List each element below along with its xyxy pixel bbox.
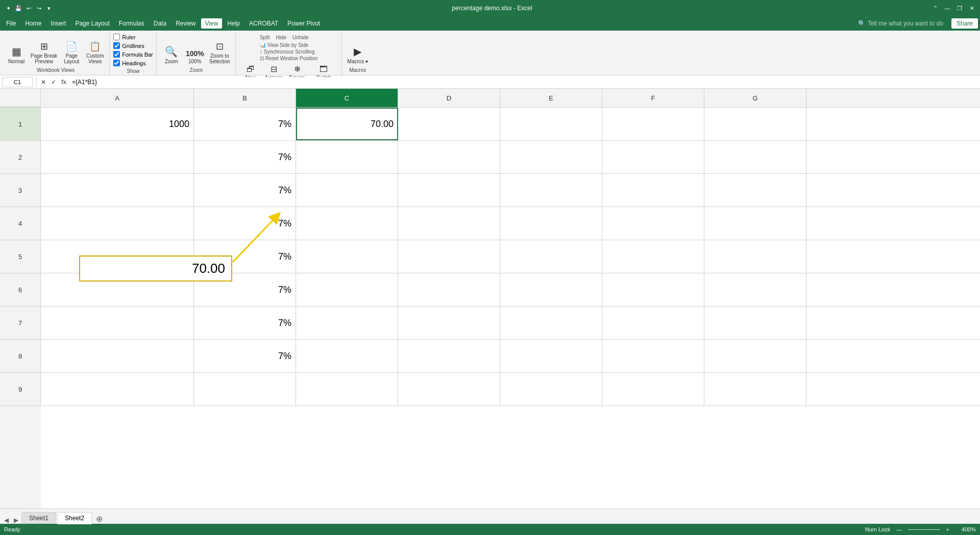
ruler-checkbox-input[interactable] [113,34,120,40]
row-number-1[interactable]: 1 [0,108,41,141]
col-header-a[interactable]: A [41,89,194,107]
sync-scrolling-label[interactable]: ↕ Synchronous Scrolling [260,49,314,55]
sheet-tab-sheet2[interactable]: Sheet2 [57,512,92,524]
customize-icon[interactable]: ▾ [45,4,53,12]
scroll-right-icon[interactable]: ▶ [12,517,20,524]
cell-c6[interactable] [296,273,398,306]
cell-d3[interactable] [398,174,500,207]
zoom-normal-icon[interactable]: — [896,526,902,532]
zoom-button[interactable]: 🔍 Zoom [160,44,183,65]
cell-e3[interactable] [500,174,602,207]
col-header-c[interactable]: C [296,89,398,107]
menu-review[interactable]: Review [172,18,200,29]
col-header-f[interactable]: F [602,89,704,107]
col-header-d[interactable]: D [398,89,500,107]
cell-e8[interactable] [500,340,602,372]
cell-a8[interactable] [41,340,194,372]
zoom-slider[interactable]: ──────── [908,526,940,532]
row-number-2[interactable]: 2 [0,141,41,174]
search-area[interactable]: 🔍 Tell me what you want to do Share [858,18,978,29]
zoom-100-button[interactable]: 100% 100% [184,48,206,65]
cell-d2[interactable] [398,141,500,173]
cell-e4[interactable] [500,207,602,240]
custom-views-button[interactable]: 📋 CustomViews [84,40,106,65]
cell-c2[interactable] [296,141,398,173]
cell-f4[interactable] [602,207,704,240]
scroll-left-icon[interactable]: ◀ [2,517,11,524]
undo-icon[interactable]: ↩ [24,4,33,12]
cell-e6[interactable] [500,273,602,306]
cell-d1[interactable] [398,108,500,140]
formula-bar-checkbox[interactable]: Formula Bar [113,51,153,58]
menu-file[interactable]: File [2,18,20,29]
quick-access-toolbar[interactable]: ✦ 💾 ↩ ↪ ▾ [4,4,53,12]
window-controls[interactable]: ⌃ — ❐ ✕ [931,4,976,12]
menu-acrobat[interactable]: ACROBAT [245,18,282,29]
macros-button[interactable]: ▶ Macros ▾ [346,44,371,65]
cell-b3[interactable]: 7% [194,174,296,207]
col-header-b[interactable]: B [194,89,296,107]
cell-f9[interactable] [602,373,704,405]
cell-f2[interactable] [602,141,704,173]
page-layout-button[interactable]: 📄 PageLayout [60,40,83,65]
gridlines-checkbox-input[interactable] [113,42,120,49]
cell-e1[interactable] [500,108,602,140]
row-number-5[interactable]: 5 [0,240,41,273]
search-label[interactable]: Tell me what you want to do [868,20,943,27]
sheet-tab-sheet1[interactable]: Sheet1 [21,512,56,524]
insert-function-button[interactable]: fx [60,79,68,86]
cell-b8[interactable]: 7% [194,340,296,372]
cell-g4[interactable] [704,207,806,240]
menu-view[interactable]: View [201,18,223,29]
cell-a4[interactable] [41,207,194,240]
cell-d6[interactable] [398,273,500,306]
col-header-e[interactable]: E [500,89,602,107]
cell-a2[interactable] [41,141,194,173]
cell-c3[interactable] [296,174,398,207]
row-number-4[interactable]: 4 [0,207,41,240]
cell-g9[interactable] [704,373,806,405]
share-button[interactable]: Share [951,18,978,29]
cell-b2[interactable]: 7% [194,141,296,173]
cell-a3[interactable] [41,174,194,207]
menu-page-layout[interactable]: Page Layout [71,18,113,29]
cell-c9[interactable] [296,373,398,405]
cell-f3[interactable] [602,174,704,207]
minimize-button[interactable]: — [943,4,951,12]
ribbon-display-icon[interactable]: ⌃ [931,4,939,12]
restore-button[interactable]: ❐ [955,4,964,12]
menu-formulas[interactable]: Formulas [115,18,149,29]
cell-b9[interactable] [194,373,296,405]
cell-g7[interactable] [704,307,806,339]
cell-b7[interactable]: 7% [194,307,296,339]
cell-g1[interactable] [704,108,806,140]
menu-data[interactable]: Data [150,18,170,29]
menu-insert[interactable]: Insert [46,18,70,29]
view-side-by-side-label[interactable]: 📊 View Side by Side [260,42,308,48]
headings-checkbox-input[interactable] [113,60,120,66]
cell-f7[interactable] [602,307,704,339]
cell-e7[interactable] [500,307,602,339]
menu-help[interactable]: Help [223,18,244,29]
cell-c8[interactable] [296,340,398,372]
cell-c5[interactable] [296,240,398,273]
row-number-7[interactable]: 7 [0,307,41,340]
page-break-preview-button[interactable]: ⊞ Page BreakPreview [29,40,59,65]
cell-reference-input[interactable] [2,77,33,87]
col-header-g[interactable]: G [704,89,806,107]
close-button[interactable]: ✕ [968,4,976,12]
enter-formula-button[interactable]: ✓ [50,79,58,86]
cell-g2[interactable] [704,141,806,173]
cell-c1[interactable]: 70.00 [296,108,398,140]
redo-icon[interactable]: ↪ [35,4,43,12]
reset-window-label[interactable]: ⊡ Reset Window Position [260,56,318,61]
cell-e2[interactable] [500,141,602,173]
cell-a1[interactable]: 1000 [41,108,194,140]
headings-checkbox[interactable]: Headings [113,60,153,66]
cancel-formula-button[interactable]: ✕ [39,79,47,86]
cell-e5[interactable] [500,240,602,273]
menu-home[interactable]: Home [21,18,45,29]
cell-c4[interactable] [296,207,398,240]
formula-input[interactable] [70,77,978,87]
row-number-3[interactable]: 3 [0,174,41,207]
